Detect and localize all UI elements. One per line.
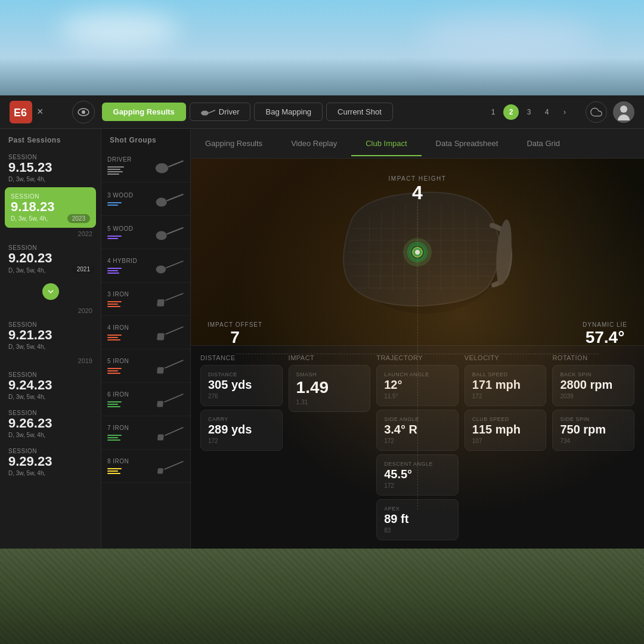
3iron-left: 3 IRON [107,291,129,307]
shot-group-3iron[interactable]: 3 IRON [101,283,190,316]
svg-rect-23 [157,434,164,440]
svg-point-13 [156,265,166,273]
year-badge-2021: 2021 [72,265,95,274]
smash-sub: 1.31 [296,399,363,405]
svg-line-14 [166,261,183,268]
3wood-club-icon [154,188,184,210]
svg-point-6 [620,106,627,113]
svg-line-12 [167,227,184,234]
svg-line-24 [165,427,184,435]
sub-tab-spreadsheet[interactable]: Data Spreadsheet [422,131,513,156]
tab-driver[interactable]: Driver [190,103,251,121]
club-speed-value: 115 mph [472,422,539,436]
4hybrid-name: 4 HYBRID [107,258,137,264]
shot-num-next[interactable]: › [557,104,572,120]
rotation-title: Rotation [552,354,634,361]
top-nav: E6 × Gapping Results Driver [0,95,644,129]
8iron-club-icon [154,455,184,478]
session-label-4: SESSION [8,321,92,328]
session-item-6[interactable]: SESSION 9.26.23 D, 3w, 5w, 4h, [0,405,101,443]
smash-value: 1.49 [296,377,363,398]
svg-point-7 [156,163,169,173]
shot-group-4hybrid[interactable]: 4 HYBRID [101,249,190,283]
shot-group-7iron[interactable]: 7 IRON [101,416,190,450]
impact-offset-value: 7 [208,328,262,347]
distance-title: Distance [200,354,283,361]
6iron-name: 6 IRON [107,391,129,398]
close-button[interactable]: × [37,106,44,118]
session-item-5[interactable]: SESSION 9.24.23 D, 3w, 5w, 4h, [0,367,101,405]
session-item-2[interactable]: SESSION 9.18.23 D, 3w, 5w, 4h, 2023 [5,187,96,228]
logo-area: E6 × [10,101,55,123]
shot-num-1[interactable]: 1 [485,104,501,120]
session-item-3[interactable]: SESSION 9.20.23 D, 3w, 5w, 4h, 2021 [0,240,101,278]
shot-num-4[interactable]: 4 [539,104,555,120]
svg-point-9 [156,197,167,206]
shot-group-4iron[interactable]: 4 IRON [101,316,190,349]
svg-line-26 [165,461,184,469]
scroll-down-button[interactable] [42,283,59,300]
apex-sub: 83 [384,527,451,534]
weather-button[interactable] [586,101,607,123]
back-spin-card: BACK SPIN 2800 rpm 2039 [552,365,634,406]
app-wrapper: E6 × Gapping Results Driver [0,0,644,644]
session-date-5: 9.24.23 [8,378,92,392]
ball-speed-value: 171 mph [472,377,539,392]
5wood-name: 5 WOOD [107,225,134,232]
impact-height-label: IMPACT HEIGHT 4 [389,175,447,204]
8iron-lines [107,468,129,474]
sessions-title: Past Sessions [0,136,101,149]
sub-nav: Gapping Results Video Replay Club Impact… [191,129,644,159]
session-item-1[interactable]: SESSION 9.15.23 D, 3w, 5w, 4h, [0,149,101,187]
sub-tab-gapping[interactable]: Gapping Results [191,131,277,156]
smash-label: SMASH [296,371,363,377]
dynamic-lie-label: DYNAMIC LIE 57.4° [583,321,627,347]
8iron-left: 8 IRON [107,458,129,474]
3iron-name: 3 IRON [107,291,129,298]
shot-group-5iron[interactable]: 5 IRON [101,349,190,383]
tab-bag[interactable]: Bag Mapping [254,103,323,121]
driver-name: DRIVER [107,156,132,163]
shot-groups-title: Shot Groups [101,136,190,149]
smash-card: SMASH 1.49 1.31 [289,365,371,412]
7iron-club-icon [154,422,184,444]
shot-group-6iron[interactable]: 6 IRON [101,383,190,416]
5wood-left: 5 WOOD [107,225,134,239]
back-spin-sub: 2039 [560,393,627,400]
svg-point-4 [201,110,209,115]
6iron-left: 6 IRON [107,391,129,407]
shot-num-2[interactable]: 2 [503,104,519,120]
distance-card: DISTANCE 305 yds 276 [200,365,283,406]
cloud-icon [590,106,602,118]
user-avatar[interactable] [613,101,634,123]
svg-line-20 [165,360,184,368]
tab-current-shot[interactable]: Current Shot [326,103,393,121]
sub-tab-video[interactable]: Video Replay [277,131,351,156]
shot-group-5wood[interactable]: 5 WOOD [101,216,190,249]
8iron-name: 8 IRON [107,458,129,465]
session-date-6: 9.26.23 [8,416,92,431]
svg-point-3 [82,110,85,114]
sky-background [0,0,644,95]
shot-group-driver[interactable]: DRIVER [101,149,190,182]
shot-group-3wood[interactable]: 3 WOOD [101,182,190,216]
impact-title: Impact [289,354,371,361]
sub-tab-grid[interactable]: Data Grid [512,131,574,156]
shot-group-8iron[interactable]: 8 IRON [101,450,190,483]
back-spin-label: BACK SPIN [560,371,627,377]
e6-logo[interactable]: E6 [10,101,32,123]
session-clubs-4: D, 3w, 5w, 4h, [8,343,92,350]
year-badge-2023: 2023 [67,214,90,223]
nav-tabs: Gapping Results Driver Bag Mapping Curre… [102,103,473,121]
sub-tab-impact[interactable]: Club Impact [351,131,421,156]
6iron-club-icon [154,388,184,411]
shot-num-3[interactable]: 3 [521,104,537,120]
eye-button[interactable] [72,101,95,123]
session-item-7[interactable]: SESSION 9.29.23 D, 3w, 5w, 4h, [0,443,101,481]
tab-gapping[interactable]: Gapping Results [102,103,186,121]
4hybrid-left: 4 HYBRID [107,258,137,274]
7iron-name: 7 IRON [107,425,129,431]
ball-speed-card: BALL SPEED 171 mph 172 [465,365,547,406]
distance-sub: 276 [208,393,275,400]
session-item-4[interactable]: SESSION 9.21.23 D, 3w, 5w, 4h, [0,317,101,355]
